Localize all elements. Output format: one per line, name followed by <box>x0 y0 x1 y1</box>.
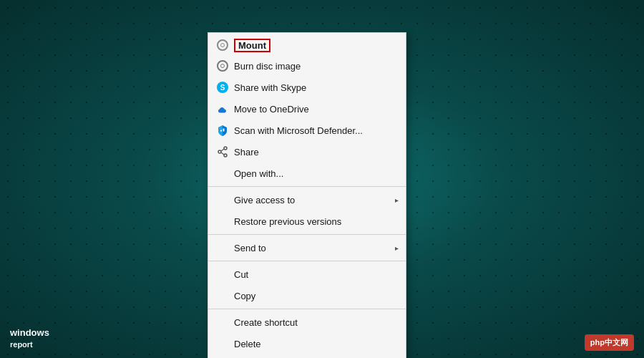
defender-icon <box>215 123 230 137</box>
menu-item-delete[interactable]: Delete <box>208 333 406 354</box>
copy-label: Copy <box>234 291 399 301</box>
copy-icon <box>215 289 230 303</box>
give-access-arrow: ▸ <box>395 196 399 204</box>
mount-label: Mount <box>234 39 270 52</box>
delete-label: Delete <box>234 339 399 349</box>
restore-icon <box>215 214 230 228</box>
share-label: Share <box>234 147 399 158</box>
onedrive-icon <box>215 102 230 116</box>
menu-item-open-with[interactable]: Open with... <box>208 163 406 184</box>
give-access-label: Give access to <box>234 195 395 205</box>
share-icon <box>215 145 230 159</box>
menu-item-mount[interactable]: Mount <box>208 35 406 55</box>
divider-4 <box>208 309 406 309</box>
svg-point-2 <box>224 147 227 150</box>
share-skype-label: Share with Skype <box>234 82 399 93</box>
menu-item-rename[interactable]: Rename <box>208 354 406 358</box>
menu-item-move-onedrive[interactable]: Move to OneDrive <box>208 98 406 120</box>
send-to-icon <box>215 241 230 255</box>
scan-defender-label: Scan with Microsoft Defender... <box>234 125 399 136</box>
burn-disc-icon <box>215 59 230 73</box>
menu-item-burn-disc[interactable]: Burn disc image <box>208 55 406 77</box>
menu-item-create-shortcut[interactable]: Create shortcut <box>208 311 406 333</box>
create-shortcut-label: Create shortcut <box>234 317 399 328</box>
watermark-php: php中文网 <box>585 334 634 351</box>
watermark-windows-line2: report <box>10 339 49 349</box>
divider-3 <box>208 261 406 261</box>
give-access-icon <box>215 193 230 207</box>
menu-item-restore-versions[interactable]: Restore previous versions <box>208 211 406 232</box>
svg-line-6 <box>221 153 224 155</box>
disc-icon <box>215 38 230 52</box>
svg-rect-0 <box>220 130 222 132</box>
delete-icon <box>215 337 230 351</box>
svg-point-3 <box>224 154 227 157</box>
send-to-label: Send to <box>234 243 395 253</box>
svg-point-4 <box>218 150 221 153</box>
menu-item-send-to[interactable]: Send to ▸ <box>208 237 406 258</box>
menu-item-scan-defender[interactable]: Scan with Microsoft Defender... <box>208 120 406 141</box>
watermark-windows-line1: windows <box>10 327 49 339</box>
open-with-label: Open with... <box>234 168 399 179</box>
restore-versions-label: Restore previous versions <box>234 216 399 227</box>
divider-1 <box>208 186 406 187</box>
create-shortcut-icon <box>215 315 230 329</box>
open-with-icon <box>215 166 230 180</box>
send-to-arrow: ▸ <box>395 244 399 252</box>
svg-line-5 <box>221 149 224 151</box>
context-menu: Mount Burn disc image S Share with Skype… <box>208 32 406 358</box>
skype-icon: S <box>215 80 230 95</box>
svg-rect-1 <box>223 129 225 132</box>
menu-item-share[interactable]: Share <box>208 141 406 163</box>
move-onedrive-label: Move to OneDrive <box>234 104 399 115</box>
burn-disc-label: Burn disc image <box>234 61 399 72</box>
divider-2 <box>208 234 406 235</box>
menu-item-copy[interactable]: Copy <box>208 285 406 306</box>
cut-icon <box>215 267 230 281</box>
menu-item-cut[interactable]: Cut <box>208 263 406 285</box>
menu-item-give-access[interactable]: Give access to ▸ <box>208 189 406 211</box>
menu-item-share-skype[interactable]: S Share with Skype <box>208 77 406 98</box>
watermark-windows: windows report <box>10 327 49 349</box>
cut-label: Cut <box>234 269 399 280</box>
